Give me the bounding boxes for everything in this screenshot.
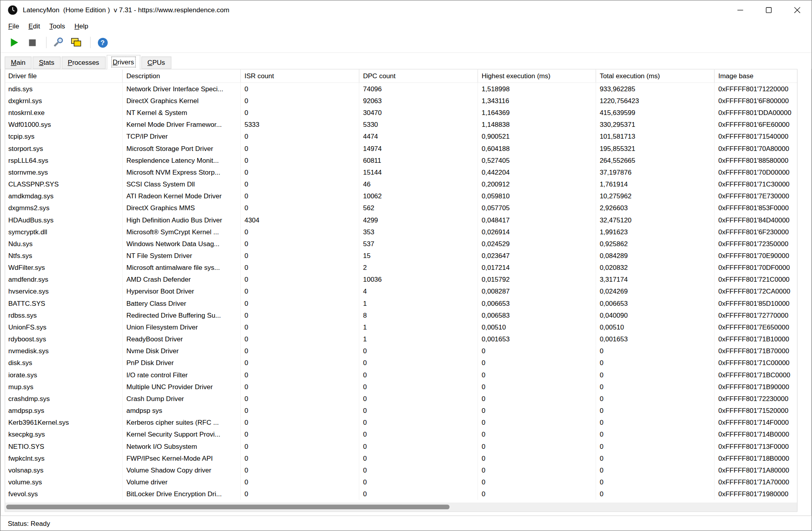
- stop-monitor-button[interactable]: [24, 35, 40, 50]
- tools-report-button[interactable]: [51, 35, 66, 50]
- table-cell: 0xFFFFF801'714F0000: [714, 416, 797, 428]
- table-row[interactable]: stornvme.sysMicrosoft NVM Express Storp.…: [5, 166, 797, 178]
- menu-edit[interactable]: Edit: [24, 21, 45, 32]
- table-row[interactable]: rdbss.sysRedirected Drive Buffering Su..…: [5, 309, 797, 321]
- table-row[interactable]: Ndu.sysWindows Network Data Usag...05370…: [5, 238, 797, 250]
- table-row[interactable]: iorate.sysI/O rate control Filter00000xF…: [5, 369, 797, 381]
- table-row[interactable]: tcpip.sysTCP/IP Driver044740,900521101,5…: [5, 130, 797, 142]
- help-button[interactable]: ?: [95, 35, 110, 50]
- table-row[interactable]: dxgkrnl.sysDirectX Graphics Kernel092063…: [5, 95, 797, 107]
- table-row[interactable]: hvservice.sysHypervisor Boot Driver040,0…: [5, 285, 797, 297]
- table-row[interactable]: nvmedisk.sysNvme Disk Driver00000xFFFFF8…: [5, 345, 797, 357]
- table-row[interactable]: storport.sysMicrosoft Storage Port Drive…: [5, 143, 797, 154]
- table-cell: 0: [241, 226, 359, 238]
- table-cell: 0: [596, 416, 714, 428]
- table-row[interactable]: amdfendr.sysAMD Crash Defender0100360,01…: [5, 273, 797, 285]
- table-cell: 0xFFFFF801'72230000: [714, 393, 797, 405]
- tab-stats[interactable]: Stats: [33, 56, 60, 69]
- horizontal-scrollbar[interactable]: [5, 503, 797, 511]
- table-row[interactable]: rdyboost.sysReadyBoost Driver010,0016530…: [5, 333, 797, 345]
- table-cell: 1,991623: [596, 226, 714, 238]
- table-cell: TCP/IP Driver: [123, 130, 241, 142]
- table-cell: 0: [359, 345, 478, 357]
- table-row[interactable]: fwpkclnt.sysFWP/IPsec Kernel-Mode API000…: [5, 452, 797, 464]
- table-row[interactable]: Wdf01000.sysKernel Mode Driver Framewor.…: [5, 119, 797, 130]
- table-row[interactable]: UnionFS.sysUnion Filesystem Driver010,00…: [5, 321, 797, 333]
- table-row[interactable]: fvevol.sysBitLocker Drive Encryption Dri…: [5, 488, 797, 500]
- table-row[interactable]: symcryptk.dllMicrosoft® SymCrypt Kernel …: [5, 226, 797, 238]
- table-cell: High Definition Audio Bus Driver: [123, 214, 241, 226]
- table-cell: 0: [241, 405, 359, 416]
- table-cell: 0: [596, 488, 714, 500]
- table-row[interactable]: HDAudBus.sysHigh Definition Audio Bus Dr…: [5, 214, 797, 226]
- table-row[interactable]: CLASSPNP.SYSSCSI Class System Dll0460,20…: [5, 178, 797, 190]
- maximize-button[interactable]: [754, 0, 783, 19]
- menu-tools[interactable]: Tools: [45, 21, 70, 32]
- column-header[interactable]: Driver file: [5, 70, 123, 83]
- table-row[interactable]: volume.sysVolume driver00000xFFFFF801'71…: [5, 476, 797, 488]
- table-row[interactable]: disk.sysPnP Disk Driver00000xFFFFF801'71…: [5, 357, 797, 369]
- table-row[interactable]: Kerb3961Kernel.sysKerberos cipher suites…: [5, 416, 797, 428]
- table-row[interactable]: NETIO.SYSNetwork I/O Subsystem00000xFFFF…: [5, 441, 797, 452]
- table-row[interactable]: ksecpkg.sysKernel Security Support Provi…: [5, 428, 797, 440]
- table-row[interactable]: mup.sysMultiple UNC Provider Driver00000…: [5, 381, 797, 393]
- column-header[interactable]: ISR count: [241, 70, 359, 83]
- table-cell: 0: [478, 345, 596, 357]
- tab-processes[interactable]: Processes: [62, 56, 105, 69]
- table-cell: WdFilter.sys: [5, 262, 123, 273]
- table-row[interactable]: Ntfs.sysNT File System Driver0150,023647…: [5, 250, 797, 262]
- table-cell: 0: [596, 357, 714, 369]
- table-row[interactable]: rspLLL64.sysResplendence Latency Monit..…: [5, 154, 797, 166]
- table-cell: stornvme.sys: [5, 166, 123, 178]
- table-row[interactable]: ntoskrnl.exeNT Kernel & System0304701,16…: [5, 107, 797, 119]
- table-cell: 0xFFFFF801'718B0000: [714, 452, 797, 464]
- minimize-button[interactable]: [726, 0, 754, 19]
- table-row[interactable]: ndis.sysNetwork Driver Interface Speci..…: [5, 83, 797, 95]
- table-cell: 0,015792: [478, 273, 596, 285]
- close-button[interactable]: [783, 0, 812, 19]
- windows-button[interactable]: [68, 35, 84, 50]
- table-cell: 0,057705: [478, 202, 596, 214]
- table-row[interactable]: volsnap.sysVolume Shadow Copy driver0000…: [5, 464, 797, 476]
- table-row[interactable]: crashdmp.sysCrash Dump Driver00000xFFFFF…: [5, 393, 797, 405]
- table-cell: 0xFFFFF801'71C30000: [714, 178, 797, 190]
- table-row[interactable]: amdpsp.sysamdpsp sys00000xFFFFF801'71520…: [5, 405, 797, 416]
- table-cell: Multiple UNC Provider Driver: [123, 381, 241, 393]
- table-cell: Battery Class Driver: [123, 298, 241, 309]
- table-cell: 4299: [359, 214, 478, 226]
- table-cell: 30470: [359, 107, 478, 119]
- play-icon: [11, 38, 18, 47]
- table-cell: 0: [359, 441, 478, 452]
- table-cell: dxgkrnl.sys: [5, 95, 123, 107]
- column-header[interactable]: Image base: [714, 70, 797, 83]
- column-header[interactable]: DPC count: [359, 70, 478, 83]
- table-cell: 0xFFFFF801'71C00000: [714, 357, 797, 369]
- tab-cpus[interactable]: CPUs: [141, 56, 171, 69]
- drivers-panel: Driver fileDescriptionISR countDPC count…: [5, 69, 797, 512]
- table-cell: Windows Network Data Usag...: [123, 238, 241, 250]
- menu-help[interactable]: Help: [70, 21, 93, 32]
- toolbar: ?: [0, 33, 811, 53]
- table-cell: 0: [359, 405, 478, 416]
- table-row[interactable]: BATTC.SYSBattery Class Driver010,0066530…: [5, 298, 797, 309]
- tab-main[interactable]: Main: [5, 56, 32, 69]
- table-cell: 0xFFFFF801'70A80000: [714, 143, 797, 154]
- title-bar: LatencyMon (Home Edition ) v 7.31 - http…: [0, 0, 811, 19]
- minimize-icon: [737, 6, 744, 13]
- table-cell: 0: [596, 476, 714, 488]
- table-row[interactable]: WdFilter.sysMicrosoft antimalware file s…: [5, 262, 797, 273]
- menu-file[interactable]: File: [4, 21, 24, 32]
- column-header[interactable]: Total execution (ms): [596, 70, 714, 83]
- start-monitor-button[interactable]: [7, 35, 22, 50]
- table-cell: 0,017214: [478, 262, 596, 273]
- scrollbar-thumb[interactable]: [6, 505, 449, 509]
- table-cell: amdpsp sys: [123, 405, 241, 416]
- tab-drivers[interactable]: Drivers: [107, 55, 140, 70]
- table-cell: 0,040090: [596, 309, 714, 321]
- table-cell: 0: [596, 381, 714, 393]
- table-row[interactable]: dxgmms2.sysDirectX Graphics MMS05620,057…: [5, 202, 797, 214]
- table-row[interactable]: amdkmdag.sysATI Radeon Kernel Mode Drive…: [5, 190, 797, 202]
- column-header[interactable]: Description: [123, 70, 241, 83]
- column-header[interactable]: Highest execution (ms): [478, 70, 596, 83]
- table-cell: PnP Disk Driver: [123, 357, 241, 369]
